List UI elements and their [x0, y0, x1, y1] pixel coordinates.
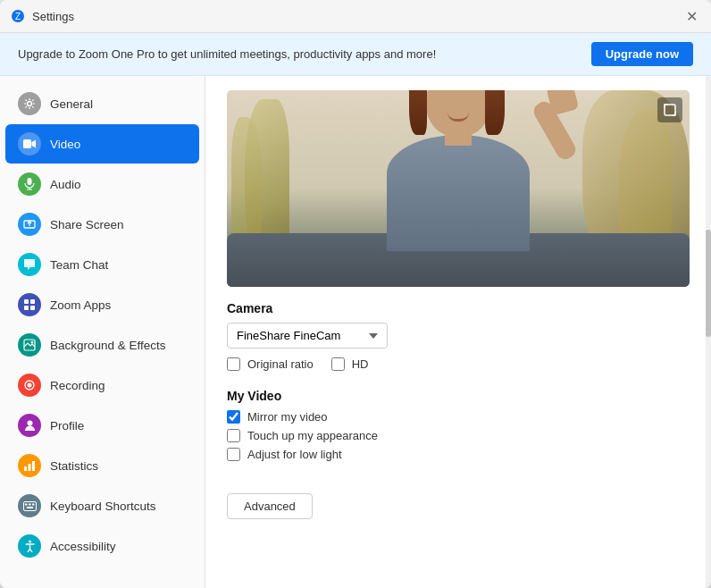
sidebar-item-profile[interactable]: Profile: [5, 406, 199, 445]
person-body: [387, 135, 530, 251]
sidebar: General Video: [0, 76, 205, 588]
team-chat-label: Team Chat: [50, 258, 108, 272]
recording-icon: [18, 374, 41, 397]
sidebar-item-video[interactable]: Video: [5, 124, 199, 164]
svg-rect-21: [32, 461, 35, 471]
my-video-section: My Video Mirror my video Touch up my app…: [227, 389, 690, 461]
banner-text: Upgrade to Zoom One Pro to get unlimited…: [18, 47, 436, 61]
advanced-section: Advanced: [227, 475, 690, 519]
zoom-apps-icon: [18, 293, 41, 316]
sidebar-item-recording[interactable]: Recording: [5, 365, 199, 405]
video-scene: [227, 90, 690, 287]
mirror-row: Mirror my video: [227, 410, 690, 424]
mirror-label: Mirror my video: [247, 410, 328, 424]
original-ratio-label: Original ratio: [247, 357, 314, 371]
hd-row: HD: [331, 357, 369, 371]
svg-rect-28: [665, 105, 675, 115]
profile-label: Profile: [50, 419, 84, 433]
hair-right: [485, 90, 505, 135]
svg-point-15: [31, 341, 34, 344]
mirror-checkbox[interactable]: [227, 410, 240, 424]
svg-rect-13: [30, 306, 35, 310]
camera-select-row: FineShare FineCam: [227, 323, 690, 349]
svg-rect-10: [24, 299, 29, 304]
sidebar-item-share-screen[interactable]: Share Screen: [5, 205, 199, 244]
sidebar-item-audio[interactable]: Audio: [5, 164, 199, 204]
main-content: General Video: [0, 76, 711, 588]
scrollbar-thumb[interactable]: [706, 230, 711, 337]
svg-rect-3: [23, 139, 31, 148]
svg-rect-25: [32, 503, 35, 505]
camera-section-label: Camera: [227, 301, 690, 315]
app-icon: Z: [11, 9, 25, 23]
general-icon: [18, 92, 41, 115]
title-bar: Z Settings ✕: [0, 0, 711, 33]
profile-icon: [18, 414, 41, 437]
accessibility-label: Accessibility: [50, 540, 116, 553]
svg-text:Z: Z: [15, 12, 21, 21]
svg-rect-11: [30, 299, 35, 304]
share-screen-label: Share Screen: [50, 218, 124, 231]
hd-checkbox[interactable]: [331, 357, 345, 371]
share-screen-icon: [18, 213, 41, 236]
audio-icon: [18, 172, 41, 196]
hd-label: HD: [352, 357, 369, 371]
team-chat-icon: [18, 253, 41, 276]
video-expand-button[interactable]: [657, 97, 682, 122]
sidebar-item-accessibility[interactable]: Accessibility: [5, 526, 199, 566]
background-effects-icon: [18, 333, 41, 357]
background-effects-label: Background & Effects: [50, 339, 166, 352]
general-label: General: [50, 97, 93, 111]
svg-rect-12: [24, 306, 29, 310]
recording-label: Recording: [50, 379, 105, 392]
svg-rect-24: [29, 503, 31, 505]
close-button[interactable]: ✕: [682, 7, 700, 25]
statistics-label: Statistics: [50, 459, 98, 473]
scrollbar-track[interactable]: [706, 76, 711, 588]
original-ratio-row: Original ratio: [227, 357, 314, 371]
svg-rect-5: [28, 178, 32, 185]
svg-marker-4: [32, 140, 37, 148]
audio-label: Audio: [50, 178, 81, 191]
sidebar-item-zoom-apps[interactable]: Zoom Apps: [5, 285, 199, 324]
original-ratio-checkbox[interactable]: [227, 357, 240, 371]
sidebar-item-background-effects[interactable]: Background & Effects: [5, 325, 199, 365]
touchup-checkbox[interactable]: [227, 429, 240, 442]
upgrade-banner: Upgrade to Zoom One Pro to get unlimited…: [0, 33, 711, 76]
svg-point-17: [28, 383, 32, 388]
accessibility-icon: [18, 534, 41, 558]
settings-window: Z Settings ✕ Upgrade to Zoom One Pro to …: [0, 0, 711, 588]
zoom-apps-label: Zoom Apps: [50, 298, 111, 312]
touchup-row: Touch up my appearance: [227, 429, 690, 442]
low-light-label: Adjust for low light: [247, 448, 342, 461]
svg-point-18: [27, 421, 32, 426]
my-video-label: My Video: [227, 389, 690, 403]
svg-point-27: [29, 541, 31, 543]
touchup-label: Touch up my appearance: [247, 429, 378, 442]
video-label: Video: [50, 138, 80, 151]
svg-rect-19: [24, 466, 27, 471]
sidebar-item-general[interactable]: General: [5, 84, 199, 123]
sidebar-item-keyboard-shortcuts[interactable]: Keyboard Shortcuts: [5, 486, 199, 525]
content-area: Camera FineShare FineCam Original ratio …: [205, 76, 711, 588]
camera-options-row: Original ratio HD: [227, 357, 690, 376]
camera-select[interactable]: FineShare FineCam: [227, 323, 388, 349]
svg-rect-22: [23, 501, 36, 510]
low-light-row: Adjust for low light: [227, 448, 690, 461]
advanced-button[interactable]: Advanced: [227, 493, 313, 519]
sidebar-item-team-chat[interactable]: Team Chat: [5, 245, 199, 284]
keyboard-shortcuts-label: Keyboard Shortcuts: [50, 500, 156, 513]
svg-rect-20: [29, 464, 31, 471]
keyboard-shortcuts-icon: [18, 494, 41, 517]
hair-left: [409, 90, 427, 135]
sidebar-item-statistics[interactable]: Statistics: [5, 446, 199, 485]
video-preview: [227, 90, 690, 287]
statistics-icon: [18, 454, 41, 477]
svg-rect-23: [25, 503, 28, 505]
low-light-checkbox[interactable]: [227, 448, 240, 461]
video-icon: [18, 132, 41, 155]
svg-point-2: [28, 102, 32, 106]
upgrade-now-button[interactable]: Upgrade now: [591, 42, 693, 66]
svg-rect-26: [27, 507, 33, 508]
window-title: Settings: [32, 10, 682, 23]
